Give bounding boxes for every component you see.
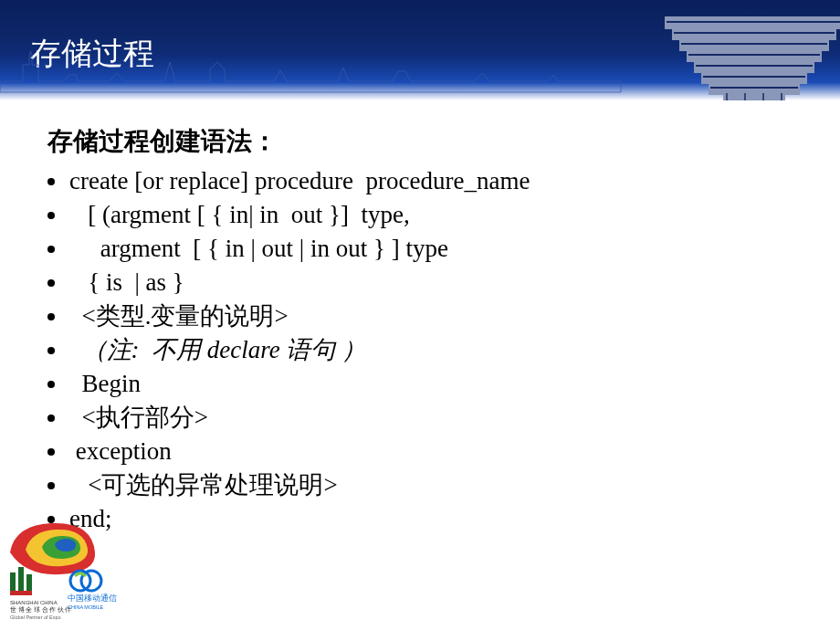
- syntax-line: { is | as }: [47, 266, 803, 299]
- syntax-text: exception: [69, 435, 172, 468]
- bullet-icon: [47, 381, 55, 388]
- pavilion-decoration: [663, 0, 840, 100]
- bullet-icon: [47, 178, 55, 185]
- svg-rect-22: [10, 591, 32, 595]
- bullet-icon: [47, 347, 55, 354]
- bullet-icon: [47, 246, 55, 253]
- bullet-icon: [47, 448, 55, 456]
- slide-content: 存储过程创建语法： create [or replace] procedure …: [0, 100, 840, 536]
- syntax-line: <类型.变量的说明>: [47, 299, 803, 333]
- bullet-icon: [47, 415, 55, 422]
- svg-text:CHINA MOBILE: CHINA MOBILE: [68, 604, 103, 610]
- syntax-line: exception: [47, 435, 803, 468]
- bullet-icon: [47, 212, 55, 219]
- slide-header: 存储过程: [0, 0, 840, 100]
- syntax-line: （注: 不用 declare 语句 ）: [47, 333, 803, 367]
- svg-text:SHANGHAI CHINA: SHANGHAI CHINA: [10, 600, 58, 605]
- syntax-text: （注: 不用 declare 语句 ）: [69, 333, 366, 367]
- svg-text:世 博 全 球 合 作 伙 伴: 世 博 全 球 合 作 伙 伴: [10, 606, 71, 613]
- svg-text:中国移动通信: 中国移动通信: [68, 593, 117, 603]
- svg-rect-19: [10, 572, 16, 591]
- syntax-line: Begin: [47, 367, 803, 401]
- syntax-text: Begin: [69, 367, 141, 401]
- syntax-text: <可选的异常处理说明>: [69, 468, 338, 502]
- syntax-line: <执行部分>: [47, 401, 803, 435]
- bullet-icon: [47, 482, 55, 489]
- syntax-lines: create [or replace] procedure procedure_…: [47, 164, 803, 536]
- syntax-text: <执行部分>: [69, 401, 208, 435]
- svg-rect-20: [18, 567, 24, 591]
- syntax-text: { is | as }: [69, 266, 184, 299]
- syntax-line: <可选的异常处理说明>: [47, 468, 803, 502]
- bullet-icon: [47, 279, 55, 287]
- syntax-line: create [or replace] procedure procedure_…: [47, 164, 803, 198]
- svg-rect-21: [26, 574, 32, 591]
- syntax-line: [ (argment [ { in| in out }] type,: [47, 198, 803, 232]
- syntax-text: argment [ { in | out | in out } ] type: [69, 232, 448, 266]
- syntax-text: [ (argment [ { in| in out }] type,: [69, 198, 410, 232]
- syntax-line: end;: [47, 502, 803, 536]
- footer-logo: SHANGHAI CHINA 世 博 全 球 合 作 伙 伴 Global Pa…: [5, 516, 161, 621]
- syntax-text: <类型.变量的说明>: [69, 299, 289, 333]
- slide-title: 存储过程: [30, 33, 154, 75]
- bullet-icon: [47, 313, 55, 320]
- section-heading: 存储过程创建语法：: [47, 124, 803, 159]
- syntax-line: argment [ { in | out | in out } ] type: [47, 232, 803, 266]
- syntax-text: create [or replace] procedure procedure_…: [69, 164, 530, 198]
- svg-text:Global Partner of Expo: Global Partner of Expo: [10, 614, 61, 620]
